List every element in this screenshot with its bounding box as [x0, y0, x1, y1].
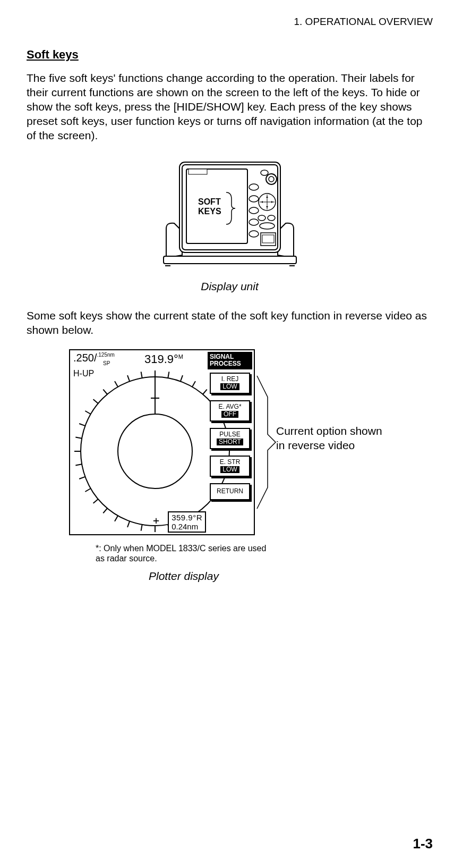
svg-line-33 — [141, 372, 142, 378]
svg-point-13 — [249, 231, 259, 237]
svg-point-10 — [249, 196, 259, 202]
range-sub-bottom: SP — [103, 360, 110, 366]
plotter-figure: .250/.125nm SP H-UP 319.9°M SIGNALPROCES… — [69, 349, 409, 583]
heading-suffix: M — [178, 353, 183, 360]
svg-point-14 — [261, 170, 268, 175]
heading-value: 319.9° — [144, 352, 178, 366]
svg-point-22 — [260, 223, 275, 229]
softkey-value: LOW — [220, 466, 239, 473]
svg-rect-24 — [262, 235, 274, 243]
softkey-estr[interactable]: E. STR LOW — [210, 456, 250, 477]
svg-point-11 — [249, 207, 259, 214]
svg-line-46 — [103, 508, 107, 513]
svg-text:KEYS: KEYS — [198, 207, 221, 216]
svg-text:SOFT: SOFT — [198, 197, 221, 206]
svg-line-42 — [75, 464, 82, 465]
softkey-value: LOW — [220, 383, 239, 390]
svg-rect-6 — [189, 169, 207, 174]
softkey-label: PULSE — [219, 431, 240, 438]
softkey-label: E. STR — [220, 459, 241, 466]
svg-line-36 — [103, 390, 107, 394]
svg-point-25 — [118, 414, 192, 488]
svg-line-47 — [115, 516, 118, 521]
paragraph-1: The five soft keys' functions change acc… — [27, 71, 433, 142]
softkey-value: SHORT — [217, 439, 243, 445]
softkey-eavg[interactable]: E. AVG* OFF — [210, 400, 250, 422]
svg-point-20 — [258, 215, 265, 221]
svg-line-35 — [115, 381, 118, 386]
cursor-bearing: 359.9°R — [172, 513, 202, 522]
softkey-label: E. AVG* — [218, 403, 241, 410]
chapter-header: 1. OPERATIONAL OVERVIEW — [27, 16, 433, 28]
svg-line-31 — [192, 381, 195, 386]
svg-line-40 — [75, 437, 82, 439]
svg-line-34 — [127, 375, 130, 381]
section-title: Soft keys — [27, 48, 433, 62]
range-sub-top: .125nm — [97, 352, 114, 358]
svg-rect-0 — [164, 256, 296, 264]
svg-line-49 — [141, 525, 142, 531]
svg-line-45 — [93, 499, 98, 503]
annotation-text: Current option shown in reverse video — [276, 424, 388, 453]
svg-point-21 — [268, 215, 275, 221]
footnote: *: Only when MODEL 1833/C series are use… — [96, 543, 276, 563]
cursor-readout: 359.9°R 0.24nm — [168, 511, 206, 533]
softkey-irej[interactable]: I. REJ LOW — [210, 373, 250, 394]
svg-line-32 — [203, 390, 207, 394]
svg-rect-5 — [186, 169, 247, 243]
cursor-cross-icon: + — [153, 514, 159, 527]
svg-line-29 — [168, 372, 169, 378]
display-unit-caption: Display unit — [27, 280, 433, 293]
softkey-pulse[interactable]: PULSE SHORT — [210, 428, 250, 449]
svg-line-43 — [79, 477, 85, 479]
display-unit-svg: SOFT KEYS — [156, 154, 304, 271]
plotter-caption: Plotter display — [149, 570, 219, 583]
paragraph-2: Some soft keys show the current state of… — [27, 309, 433, 338]
range-main: .250/ — [73, 352, 97, 364]
softkey-label: I. REJ — [221, 376, 239, 383]
range-info: .250/.125nm SP H-UP — [73, 352, 115, 378]
svg-line-30 — [181, 375, 183, 381]
svg-point-12 — [249, 219, 259, 225]
softkey-value: OFF — [221, 411, 238, 418]
svg-point-9 — [249, 184, 259, 190]
display-unit-figure: SOFT KEYS — [27, 154, 433, 274]
orientation-mode: H-UP — [73, 369, 115, 378]
heading: 319.9°M — [144, 352, 183, 366]
softkey-return[interactable]: RETURN — [210, 483, 250, 500]
svg-point-16 — [269, 176, 274, 182]
softkey-column: SIGNALPROCESS I. REJ LOW E. AVG* OFF PU — [208, 352, 252, 506]
svg-line-37 — [93, 399, 98, 403]
svg-line-38 — [85, 411, 90, 414]
cursor-distance: 0.24nm — [172, 522, 198, 531]
radar-screen: .250/.125nm SP H-UP 319.9°M SIGNALPROCES… — [69, 349, 255, 535]
softkey-label: RETURN — [217, 488, 243, 495]
panel-title: SIGNALPROCESS — [208, 352, 252, 369]
svg-line-48 — [127, 521, 130, 527]
page-number: 1-3 — [413, 836, 433, 852]
svg-line-44 — [85, 488, 90, 492]
svg-line-39 — [79, 424, 85, 426]
